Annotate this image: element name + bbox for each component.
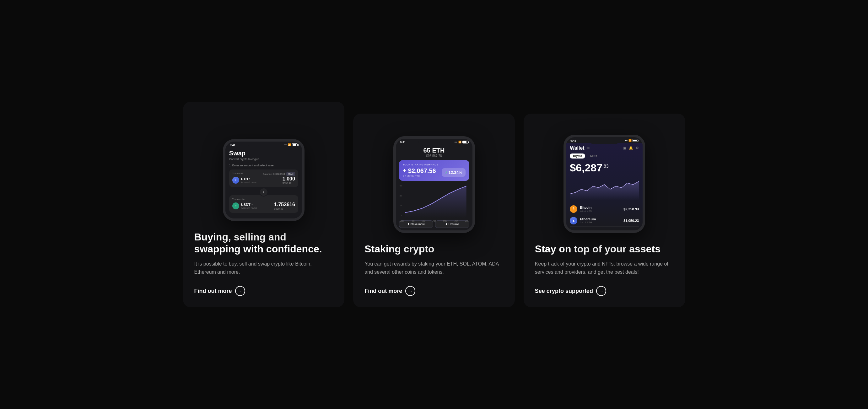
nfts-tab[interactable]: NFTs xyxy=(587,154,600,159)
receive-asset-row: ₮ USDT ▾ Account name xyxy=(232,202,295,210)
ethereum-left: Ξ Ethereum 0.412 ETH xyxy=(570,217,596,224)
send-balance: Balance: 0.3928364 xyxy=(263,172,285,176)
wallet-title: Wallet xyxy=(570,145,585,151)
send-label: You send xyxy=(232,172,243,175)
ethereum-row[interactable]: Ξ Ethereum 0.412 ETH $1,050.23 xyxy=(570,215,639,227)
eth-icon: Ξ xyxy=(232,177,239,184)
cards-row: 9:41 ▪▪▪ 📶 Swap Convert crypto to crypto… xyxy=(183,102,685,308)
swap-phone-area: 9:41 ▪▪▪ 📶 Swap Convert crypto to crypto… xyxy=(183,102,345,221)
battery-icon-2 xyxy=(462,140,468,144)
chart-x-labels: Jan Feb Mar Apr May Jun Jul xyxy=(399,220,469,222)
unstake-icon: ⬇ xyxy=(445,223,448,226)
max-button[interactable]: MAX xyxy=(286,172,295,176)
ethereum-sub: 0.412 ETH xyxy=(580,221,596,224)
staking-status-icons: ▪▪▪ 📶 xyxy=(455,140,468,144)
staking-rewards-eth: + 1.3756 ETH xyxy=(403,175,436,178)
swap-subtitle: Convert crypto to crypto xyxy=(229,158,298,161)
x-mar: Mar xyxy=(422,220,425,222)
wallet-header-row: Wallet 👁 ▣ 🔔 ⚙ xyxy=(570,145,639,151)
x-feb: Feb xyxy=(411,220,414,222)
staking-rewards-box: YOUR STAKING REWARDS + $2,067.56 + 1.375… xyxy=(399,160,469,181)
wallet-status-icons: ▪▪▪ 📶 xyxy=(625,139,639,142)
bitcoin-name: Bitcoin xyxy=(580,206,592,209)
stake-label: Stake more xyxy=(410,223,425,226)
staking-phone-area: 9:41 ▪▪▪ 📶 65 ETH $96,567.78 xyxy=(353,114,515,233)
staking-find-out-more-link[interactable]: Find out more → xyxy=(365,286,503,296)
swap-down-arrow: ↓ xyxy=(263,190,264,194)
crypto-tab-label: Crypto xyxy=(573,154,582,158)
signal-icon: ▪▪▪ xyxy=(284,144,287,146)
staking-card-text: Staking crypto You can get rewards by st… xyxy=(353,233,515,308)
wifi-icon-2: 📶 xyxy=(458,140,462,144)
wallet-link-arrow: → xyxy=(596,286,606,296)
staking-header: 65 ETH $96,567.78 xyxy=(399,147,469,158)
wallet-action-icons: ▣ 🔔 ⚙ xyxy=(623,146,639,150)
x-may: May xyxy=(443,220,447,222)
wallet-balance-main: $6,287 xyxy=(570,162,602,174)
wallet-see-crypto-link[interactable]: See crypto supported → xyxy=(535,286,674,296)
swap-card: 9:41 ▪▪▪ 📶 Swap Convert crypto to crypto… xyxy=(183,102,345,308)
staking-eth-amount: 65 ETH xyxy=(399,147,469,154)
swap-title: Swap xyxy=(229,150,298,157)
nfts-tab-label: NFTs xyxy=(590,154,597,158)
x-jan: Jan xyxy=(400,220,404,222)
y-label-1k: 1k xyxy=(400,214,402,217)
wallet-title-group: Wallet 👁 xyxy=(570,145,590,151)
send-token-name: ETH xyxy=(241,177,248,181)
swap-arrow-circle[interactable]: ↓ xyxy=(259,188,268,196)
x-apr: Apr xyxy=(433,220,436,222)
swap-phone: 9:41 ▪▪▪ 📶 Swap Convert crypto to crypto… xyxy=(223,139,305,221)
send-token[interactable]: Ξ ETH ▾ Account name xyxy=(232,177,257,184)
wallet-link-text: See crypto supported xyxy=(535,288,593,294)
swap-content: Swap Convert crypto to crypto 1. Enter a… xyxy=(225,147,302,218)
settings-icon[interactable]: ⚙ xyxy=(636,146,639,150)
receive-box: You receive ₮ USDT ▾ Acco xyxy=(229,195,298,213)
receive-amount: 1.753616 xyxy=(274,202,295,208)
swap-find-out-more-link[interactable]: Find out more → xyxy=(194,286,333,296)
send-box: You send Balance: 0.3928364 MAX Ξ xyxy=(229,169,298,187)
ethereum-icon: Ξ xyxy=(570,217,577,224)
staking-link-arrow: → xyxy=(405,286,415,296)
y-label-2k: 2k xyxy=(400,204,402,207)
trend-up-icon: ↗ xyxy=(445,171,447,174)
staking-chart: 4k 3k 2k 1k xyxy=(399,183,469,218)
wallet-tabs: Crypto NFTs xyxy=(570,154,639,159)
swap-link-arrow: → xyxy=(235,286,245,296)
wallet-phone-area: 9:41 ▪▪▪ 📶 Wallet 👁 xyxy=(524,114,685,233)
wallet-chart-svg xyxy=(570,175,639,200)
signal-icon-3: ▪▪▪ xyxy=(625,139,628,142)
battery-icon-3 xyxy=(632,139,638,142)
send-top-row: You send Balance: 0.3928364 MAX xyxy=(232,172,295,176)
staking-phone: 9:41 ▪▪▪ 📶 65 ETH $96,567.78 xyxy=(393,136,475,233)
eye-icon[interactable]: 👁 xyxy=(586,146,590,150)
x-jul: Jul xyxy=(465,220,468,222)
bell-icon[interactable]: 🔔 xyxy=(629,146,633,150)
x-jun: Jun xyxy=(455,220,458,222)
send-amount: 1,000 xyxy=(282,176,295,182)
staking-heading: Staking crypto xyxy=(365,243,503,255)
wallet-balance: $6,287.83 xyxy=(570,162,639,174)
receive-token[interactable]: ₮ USDT ▾ Account name xyxy=(232,202,257,209)
card-icon[interactable]: ▣ xyxy=(623,146,626,150)
send-asset-row: Ξ ETH ▾ Account name xyxy=(232,176,295,185)
chart-y-labels: 4k 3k 2k 1k xyxy=(400,183,402,218)
staking-chart-svg xyxy=(399,183,469,218)
swap-body: It is possible to buy, sell and swap cry… xyxy=(194,260,333,276)
staking-percent-badge: ↗ 12.34% xyxy=(442,168,465,177)
bitcoin-sub: 0.118 BTC xyxy=(580,209,592,212)
staking-content: 65 ETH $96,567.78 YOUR STAKING REWARDS +… xyxy=(396,145,472,230)
crypto-tab[interactable]: Crypto xyxy=(570,154,585,159)
wallet-content: Wallet 👁 ▣ 🔔 ⚙ Crypto xyxy=(566,143,643,230)
wallet-card: 9:41 ▪▪▪ 📶 Wallet 👁 xyxy=(524,114,685,308)
wallet-chart xyxy=(570,175,639,200)
usdt-icon: ₮ xyxy=(232,202,239,209)
receive-label: You receive xyxy=(232,198,295,200)
wallet-balance-cents: .83 xyxy=(602,163,609,168)
stake-icon: ⬆ xyxy=(407,223,411,226)
staking-percent: 12.34% xyxy=(448,170,462,175)
bitcoin-row[interactable]: ₿ Bitcoin 0.118 BTC $2,258.93 xyxy=(570,203,639,215)
receive-usd: $999.42 xyxy=(274,208,295,210)
wallet-card-text: Stay on top of your assets Keep track of… xyxy=(524,233,685,308)
staking-rewards-row: + $2,067.56 + 1.3756 ETH ↗ 12.34% xyxy=(403,167,466,178)
staking-usd: $96,567.78 xyxy=(399,154,469,158)
